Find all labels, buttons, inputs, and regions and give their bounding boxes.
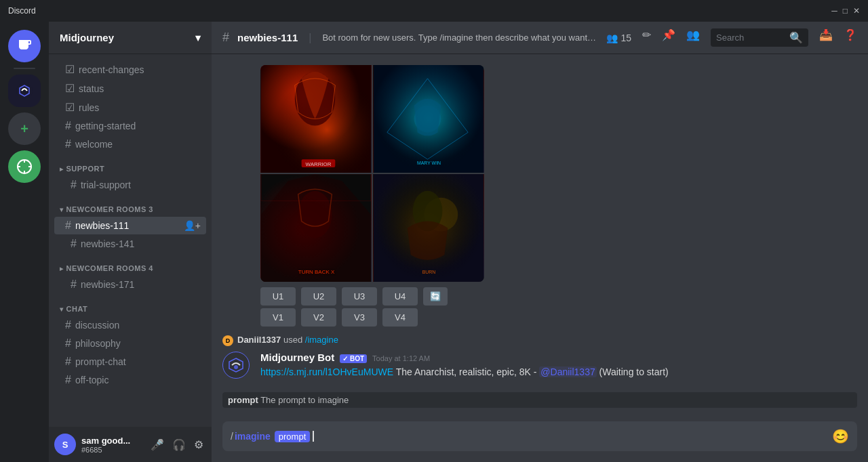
bot-badge: ✓ BOT [340, 354, 367, 363]
server-name: Midjourney [60, 32, 114, 43]
messages-area: WARRIOR [212, 54, 868, 421]
channel-label: welcome [75, 139, 113, 150]
server-divider [14, 68, 35, 69]
help-icon[interactable]: ❓ [844, 28, 857, 47]
search-bar[interactable]: 🔍 [711, 28, 808, 47]
channel-label: rules [79, 102, 99, 113]
channel-item-rules[interactable]: ☑ rules [54, 98, 206, 117]
explore-button[interactable] [8, 150, 41, 183]
channel-item-off-topic[interactable]: # off-topic [54, 371, 206, 389]
svg-text:WARRIOR: WARRIOR [305, 161, 331, 167]
message-text-after-link: The Anarchist, realistic, epic, 8K - [396, 366, 540, 377]
user-area: S sam good... #6685 🎤 🎧 ⚙ [49, 427, 212, 462]
checkbox-icon: ☑ [65, 101, 75, 114]
channel-item-newbies-141[interactable]: # newbies-141 [54, 235, 206, 253]
edit-icon[interactable]: ✏ [642, 28, 651, 47]
svg-text:TURN BACK X: TURN BACK X [298, 269, 335, 275]
message-link[interactable]: https://s.mj.run/l1OHvEuMUWE [260, 366, 393, 377]
image-placeholder-2: MARY WIN [373, 65, 484, 173]
username: sam good... [81, 436, 142, 446]
category-newcomer-3[interactable]: ▾ NEWCOMER ROOMS 3 [49, 194, 212, 216]
prompt-hint: prompt The prompt to imagine [222, 392, 857, 408]
channel-item-newbies-171[interactable]: # newbies-171 [54, 276, 206, 293]
header-icons: 👥 15 ✏ 📌 👥 🔍 📥 ❓ [606, 28, 857, 47]
checkbox-icon: ☑ [65, 82, 75, 95]
inbox-icon[interactable]: 📥 [819, 28, 833, 47]
variation-2-button[interactable]: V2 [301, 308, 336, 327]
server-sidebar: + [0, 22, 49, 462]
used-imagine-line: D Daniil1337 used /imagine [222, 332, 857, 349]
channel-item-philosophy[interactable]: # philosophy [54, 335, 206, 352]
discord-home-icon[interactable] [8, 30, 41, 62]
emoji-button[interactable]: 😊 [832, 428, 849, 444]
app-layout: + Midjourney ▾ ☑ recent-changes ☑ status… [0, 22, 868, 462]
headphones-button[interactable]: 🎧 [170, 436, 189, 454]
prompt-label: prompt [228, 395, 258, 405]
upscale-1-button[interactable]: U1 [260, 287, 296, 306]
image-cell-1: WARRIOR [260, 65, 372, 173]
upscale-2-button[interactable]: U2 [301, 287, 336, 306]
titlebar-controls: ─ □ ✕ [831, 6, 860, 16]
channel-item-status[interactable]: ☑ status [54, 79, 206, 98]
search-icon: 🔍 [789, 31, 803, 44]
add-server-button[interactable]: + [8, 112, 41, 145]
user-info: sam good... #6685 [81, 436, 142, 454]
mention: @Daniil1337 [539, 366, 596, 377]
server-icon-midjourney[interactable] [8, 75, 41, 107]
upscale-3-button[interactable]: U3 [342, 287, 377, 306]
hash-icon: # [65, 319, 71, 331]
used-indicator: D [222, 335, 233, 346]
variation-3-button[interactable]: V3 [342, 308, 377, 327]
minimize-button[interactable]: ─ [831, 6, 837, 16]
checkbox-icon: ☑ [65, 63, 75, 76]
channel-sidebar: Midjourney ▾ ☑ recent-changes ☑ status ☑… [49, 22, 212, 462]
variation-buttons-row: V1 V2 V3 V4 [260, 308, 857, 327]
channel-item-getting-started[interactable]: # getting-started [54, 117, 206, 135]
prompt-description-text: The prompt to imagine [260, 395, 349, 405]
main-content: # newbies-111 | Bot room for new users. … [212, 22, 868, 462]
add-to-channel-icon: 👤+ [184, 220, 201, 231]
channel-label: getting-started [75, 121, 136, 131]
channel-item-prompt-chat[interactable]: # prompt-chat [54, 353, 206, 371]
pin-icon[interactable]: 📌 [662, 28, 675, 47]
member-count: 👥 15 [606, 28, 631, 47]
settings-button[interactable]: ⚙ [191, 436, 206, 454]
server-header[interactable]: Midjourney ▾ [49, 22, 212, 54]
variation-1-button[interactable]: V1 [260, 308, 296, 327]
input-slash: / [231, 431, 233, 442]
hash-icon: # [71, 179, 77, 191]
image-grid-container: WARRIOR [260, 65, 857, 329]
channel-label: discussion [75, 320, 119, 331]
search-input[interactable] [716, 33, 787, 43]
channel-item-trial-support[interactable]: # trial-support [54, 176, 206, 194]
channel-item-newbies-111[interactable]: # newbies-111 👤+ [54, 217, 206, 234]
message-header: Midjourney Bot ✓ BOT Today at 1:12 AM [260, 352, 857, 363]
image-cell-2: MARY WIN [373, 65, 484, 173]
category-label: CHAT [66, 305, 88, 313]
image-placeholder-1: WARRIOR [260, 65, 372, 173]
message-status: (Waiting to start) [599, 366, 669, 377]
upscale-4-button[interactable]: U4 [382, 287, 418, 306]
channel-item-recent-changes[interactable]: ☑ recent-changes [54, 60, 206, 79]
hash-icon: # [65, 138, 71, 150]
members-icon[interactable]: 👥 [686, 28, 700, 47]
upscale-buttons-row: U1 U2 U3 U4 🔄 [260, 287, 857, 306]
member-count-value: 15 [620, 33, 631, 43]
category-chat[interactable]: ▾ CHAT [49, 294, 212, 316]
category-arrow-icon: ▸ [60, 165, 64, 173]
maximize-button[interactable]: □ [843, 6, 848, 16]
category-label: NEWCOMER ROOMS 4 [66, 264, 153, 272]
titlebar: Discord ─ □ ✕ [0, 0, 868, 22]
category-newcomer-4[interactable]: ▸ NEWCOMER ROOMS 4 [49, 253, 212, 275]
header-divider: | [309, 32, 311, 44]
variation-4-button[interactable]: V4 [382, 308, 418, 327]
input-cursor [313, 431, 314, 442]
channel-label: newbies-141 [81, 238, 134, 249]
channel-item-welcome[interactable]: # welcome [54, 135, 206, 153]
mic-button[interactable]: 🎤 [148, 436, 167, 454]
category-support[interactable]: ▸ SUPPORT [49, 154, 212, 175]
channel-item-discussion[interactable]: # discussion [54, 316, 206, 334]
refresh-button[interactable]: 🔄 [423, 287, 448, 306]
close-button[interactable]: ✕ [853, 6, 860, 16]
channel-label: philosophy [75, 338, 121, 349]
